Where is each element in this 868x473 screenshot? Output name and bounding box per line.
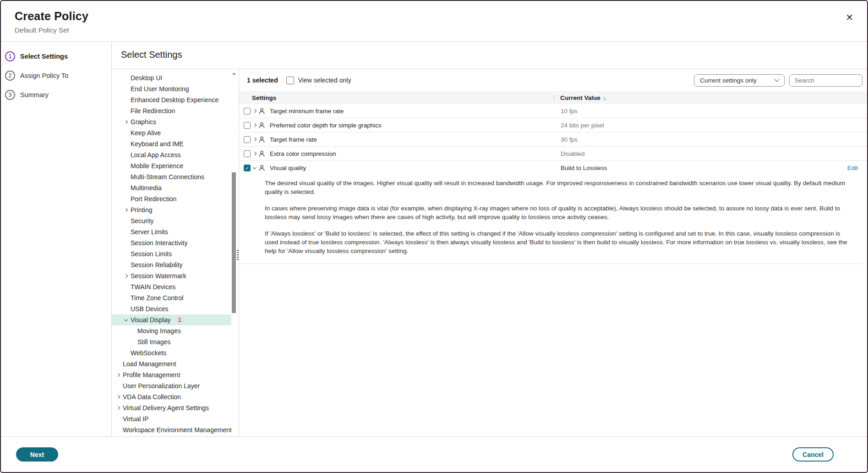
category-item-websockets[interactable]: WebSockets — [112, 347, 231, 358]
chevron-down-icon[interactable] — [125, 319, 131, 321]
category-item-visual-display[interactable]: Visual Display1 — [112, 314, 231, 325]
user-icon — [258, 108, 266, 115]
category-item-session-watermark[interactable]: Session Watermark — [112, 270, 231, 281]
category-item-security[interactable]: Security — [112, 215, 231, 226]
category-item-printing[interactable]: Printing — [112, 204, 231, 215]
category-item-enhanced-desktop-experience[interactable]: Enhanced Desktop Experience — [112, 94, 231, 105]
category-item-session-interactivity[interactable]: Session Interactivity — [112, 237, 231, 248]
setting-row-extra-color-compression: Extra color compressionDisabled — [239, 147, 867, 161]
category-item-file-redirection[interactable]: File Redirection — [112, 105, 231, 116]
category-item-end-user-monitoring[interactable]: End User Monitoring — [112, 83, 231, 94]
stepper-step-summary[interactable]: 3Summary — [5, 90, 111, 100]
row-checkbox[interactable] — [244, 136, 251, 143]
category-label: File Redirection — [131, 105, 175, 116]
sort-descending-icon: ↓ — [603, 94, 606, 101]
category-label: Keep Alive — [131, 127, 161, 138]
row-checkbox-checked[interactable]: ✓ — [244, 165, 251, 171]
category-item-virtual-ip[interactable]: Virtual IP — [112, 413, 231, 424]
edit-link[interactable]: Edit — [847, 165, 858, 171]
category-label: Enhanced Desktop Experience — [131, 94, 218, 105]
page-title: Create Policy — [15, 10, 867, 23]
row-checkbox[interactable] — [244, 150, 251, 157]
category-item-keyboard-and-ime[interactable]: Keyboard and IME — [112, 138, 231, 149]
chevron-right-icon[interactable] — [253, 110, 258, 112]
chevron-glyph — [253, 138, 257, 141]
setting-row-target-frame-rate: Target frame rate30 fps — [239, 132, 867, 147]
category-label: Port Redirection — [131, 193, 176, 204]
category-item-session-reliability[interactable]: Session Reliability — [112, 259, 231, 270]
category-item-desktop-ui[interactable]: Desktop UI — [112, 72, 231, 83]
chevron-right-icon[interactable] — [253, 138, 258, 141]
chevron-right-icon[interactable] — [117, 407, 123, 409]
setting-row-preferred-color-depth-for-simple-graphics: Preferred color depth for simple graphic… — [239, 118, 867, 132]
chevron-right-icon[interactable] — [125, 121, 131, 123]
category-item-local-app-access[interactable]: Local App Access — [112, 149, 231, 160]
next-button[interactable]: Next — [16, 447, 58, 462]
search-input[interactable] — [789, 74, 863, 87]
category-label: Session Interactivity — [131, 237, 188, 248]
column-separator — [554, 94, 554, 101]
user-icon — [258, 122, 266, 129]
setting-current-value: 24 bits per pixel — [561, 122, 858, 129]
category-item-load-management[interactable]: Load Management — [112, 358, 231, 369]
category-label: Graphics — [131, 116, 156, 127]
description-paragraph: In cases where preserving image data is … — [265, 204, 853, 221]
category-item-time-zone-control[interactable]: Time Zone Control — [112, 292, 231, 303]
selected-count: 1 selected — [247, 77, 278, 84]
row-checkbox[interactable] — [244, 122, 251, 129]
chevron-right-icon[interactable] — [117, 396, 123, 398]
view-selected-checkbox[interactable] — [286, 77, 294, 84]
selected-settings-count-badge: 1 — [175, 316, 184, 324]
description-paragraph: If 'Always lossless' or 'Build to lossle… — [265, 229, 853, 255]
create-policy-dialog: Create Policy Default Policy Set ✕ 1Sele… — [0, 0, 868, 473]
category-item-mobile-experience[interactable]: Mobile Experience — [112, 160, 231, 171]
table-header: Settings Current Value ↓ — [239, 91, 867, 104]
settings-filter-dropdown[interactable]: Current settings only — [694, 74, 785, 87]
close-icon[interactable]: ✕ — [846, 13, 853, 22]
chevron-down-icon — [774, 77, 779, 82]
chevron-right-icon[interactable] — [125, 209, 131, 211]
stepper-step-assign-policy-to[interactable]: 2Assign Policy To — [5, 71, 111, 81]
chevron-right-icon[interactable] — [117, 374, 123, 376]
category-item-multi-stream-connections[interactable]: Multi-Stream Connections — [112, 171, 231, 182]
category-item-workspace-environment-management[interactable]: Workspace Environment Management — [112, 424, 231, 435]
chevron-right-icon[interactable] — [253, 124, 258, 126]
column-header-settings[interactable]: Settings — [252, 94, 554, 101]
category-label: User Personalization Layer — [123, 380, 200, 391]
scroll-up-arrow-icon[interactable] — [232, 72, 236, 75]
category-item-virtual-delivery-agent-settings[interactable]: Virtual Delivery Agent Settings — [112, 402, 231, 413]
setting-row-visual-quality: ✓Visual qualityBuild to LosslessEdit — [239, 161, 867, 175]
category-item-keep-alive[interactable]: Keep Alive — [112, 127, 231, 138]
category-scrollbar[interactable] — [232, 72, 236, 434]
chevron-right-icon[interactable] — [253, 152, 258, 155]
category-item-graphics[interactable]: Graphics — [112, 116, 231, 127]
category-item-vda-data-collection[interactable]: VDA Data Collection — [112, 391, 231, 402]
category-item-multimedia[interactable]: Multimedia — [112, 182, 231, 193]
row-checkbox[interactable] — [244, 108, 251, 115]
category-item-port-redirection[interactable]: Port Redirection — [112, 193, 231, 204]
step-label: Summary — [20, 91, 49, 99]
setting-label: Target frame rate — [266, 136, 561, 143]
category-item-moving-images[interactable]: Moving Images — [112, 325, 231, 336]
column-header-current-value[interactable]: Current Value ↓ — [560, 94, 606, 101]
chevron-right-icon[interactable] — [125, 275, 131, 277]
category-item-twain-devices[interactable]: TWAIN Devices — [112, 281, 231, 292]
category-label: WebSockets — [131, 347, 166, 358]
setting-label: Target minimum frame rate — [266, 108, 561, 115]
setting-label: Preferred color depth for simple graphic… — [266, 122, 561, 129]
chevron-glyph — [253, 152, 257, 155]
scrollbar-thumb[interactable] — [232, 172, 236, 313]
category-item-user-personalization-layer[interactable]: User Personalization Layer — [112, 380, 231, 391]
stepper-step-select-settings[interactable]: 1Select Settings — [5, 51, 111, 61]
chevron-glyph — [116, 373, 120, 377]
category-item-usb-devices[interactable]: USB Devices — [112, 303, 231, 314]
cancel-button[interactable]: Cancel — [792, 447, 834, 462]
category-item-still-images[interactable]: Still Images — [112, 336, 231, 347]
wizard-stepper: 1Select Settings2Assign Policy To3Summar… — [1, 42, 112, 436]
setting-current-value: Disabled — [561, 150, 858, 157]
panel-resize-grip[interactable] — [237, 250, 239, 261]
category-item-server-limits[interactable]: Server Limits — [112, 226, 231, 237]
chevron-down-icon[interactable] — [253, 167, 258, 169]
category-item-profile-management[interactable]: Profile Management — [112, 369, 231, 380]
category-item-session-limits[interactable]: Session Limits — [112, 248, 231, 259]
